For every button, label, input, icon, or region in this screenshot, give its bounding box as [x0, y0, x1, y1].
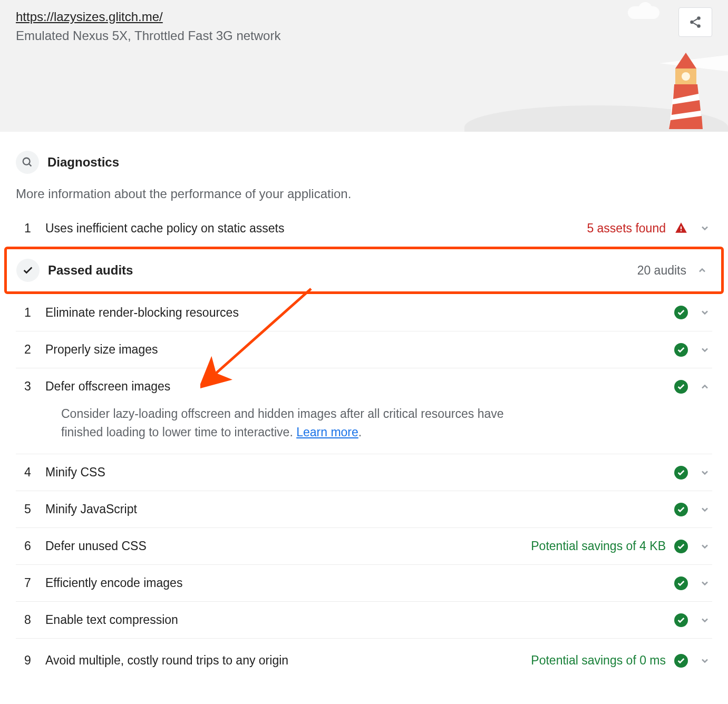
audit-number: 5	[16, 502, 45, 516]
audit-number: 4	[16, 465, 45, 480]
search-icon	[22, 157, 33, 168]
audit-value: 5 assets found	[587, 221, 666, 236]
pass-icon	[674, 466, 688, 480]
svg-point-6	[23, 158, 30, 165]
audit-url-link[interactable]: https://lazysizes.glitch.me/	[16, 9, 163, 24]
svg-point-5	[682, 72, 690, 81]
passed-audit-row[interactable]: 6 Defer unused CSS Potential savings of …	[16, 527, 712, 564]
audit-number: 1	[16, 221, 45, 236]
pass-icon	[674, 503, 688, 516]
audit-number: 9	[16, 653, 45, 668]
passed-audit-row[interactable]: 5 Minify JavaScript	[16, 491, 712, 527]
report-header: https://lazysizes.glitch.me/ Emulated Ne…	[0, 0, 728, 132]
pass-icon	[674, 380, 688, 394]
checkmark-icon	[22, 265, 34, 276]
passed-audits-count: 20 audits	[637, 263, 686, 278]
cloud-decoration	[628, 6, 659, 19]
audit-value: Potential savings of 0 ms	[531, 653, 666, 668]
passed-audits-header[interactable]: Passed audits 20 audits	[18, 249, 710, 291]
passed-audits-title: Passed audits	[48, 263, 637, 278]
audit-number: 8	[16, 613, 45, 627]
pass-icon	[674, 654, 688, 668]
svg-marker-3	[675, 53, 696, 69]
svg-rect-9	[681, 230, 682, 231]
share-button[interactable]	[678, 7, 712, 37]
chevron-down-icon	[697, 465, 712, 480]
audit-number: 3	[16, 379, 45, 394]
pass-icon	[674, 343, 688, 357]
chevron-down-icon	[697, 502, 712, 517]
passed-audit-row[interactable]: 7 Efficiently encode images	[16, 564, 712, 601]
diagnostics-description: More information about the performance o…	[16, 187, 712, 201]
svg-point-0	[697, 16, 701, 20]
svg-point-1	[690, 21, 694, 24]
passed-audit-row[interactable]: 9 Avoid multiple, costly round trips to …	[16, 638, 712, 675]
audit-number: 7	[16, 576, 45, 590]
audit-value: Potential savings of 4 KB	[531, 539, 666, 553]
passed-audit-row-expanded[interactable]: 3 Defer offscreen images	[16, 368, 712, 405]
passed-audits-list: 1 Eliminate render-blocking resources 2 …	[16, 294, 712, 675]
passed-audit-row[interactable]: 8 Enable text compression	[16, 601, 712, 638]
pass-icon	[674, 576, 688, 590]
svg-point-2	[697, 24, 701, 28]
report-content: Diagnostics More information about the p…	[0, 132, 728, 686]
pass-icon	[674, 613, 688, 627]
check-icon-circle	[16, 259, 40, 282]
audit-number: 1	[16, 306, 45, 320]
chevron-down-icon	[697, 221, 712, 236]
audit-title: Efficiently encode images	[45, 576, 674, 590]
svg-rect-8	[681, 227, 682, 229]
audit-title: Properly size images	[45, 343, 674, 357]
chevron-down-icon	[697, 539, 712, 554]
pass-icon	[674, 306, 688, 319]
search-icon-circle	[16, 151, 39, 174]
pass-icon	[674, 540, 688, 553]
audit-title: Eliminate render-blocking resources	[45, 306, 674, 320]
audit-title: Enable text compression	[45, 613, 674, 627]
chevron-down-icon	[697, 305, 712, 320]
audit-description: Consider lazy-loading offscreen and hidd…	[16, 405, 548, 454]
audit-number: 2	[16, 343, 45, 357]
passed-audit-row[interactable]: 2 Properly size images	[16, 331, 712, 368]
passed-audit-row[interactable]: 1 Eliminate render-blocking resources	[16, 294, 712, 331]
diagnostic-audit-row[interactable]: 1 Uses inefficient cache policy on stati…	[16, 210, 712, 247]
share-icon	[688, 15, 702, 29]
audit-number: 6	[16, 539, 45, 553]
audit-title: Minify CSS	[45, 465, 674, 480]
diagnostics-title: Diagnostics	[47, 155, 119, 170]
passed-audit-row[interactable]: 4 Minify CSS	[16, 454, 712, 491]
emulation-info: Emulated Nexus 5X, Throttled Fast 3G net…	[16, 28, 712, 43]
chevron-down-icon	[697, 613, 712, 628]
lighthouse-logo	[659, 47, 712, 132]
passed-audits-highlight: Passed audits 20 audits	[4, 247, 724, 294]
chevron-down-icon	[697, 653, 712, 668]
learn-more-link[interactable]: Learn more	[296, 425, 358, 439]
chevron-up-icon	[695, 263, 710, 278]
audit-title: Minify JavaScript	[45, 502, 674, 516]
diagnostics-section-header: Diagnostics	[16, 142, 712, 182]
chevron-up-icon	[697, 379, 712, 394]
svg-line-7	[29, 164, 32, 167]
warning-icon	[674, 221, 688, 235]
audit-title: Defer offscreen images	[45, 379, 674, 394]
audit-title: Defer unused CSS	[45, 539, 531, 553]
chevron-down-icon	[697, 343, 712, 357]
audit-title: Avoid multiple, costly round trips to an…	[45, 653, 531, 668]
audit-title: Uses inefficient cache policy on static …	[45, 221, 587, 236]
chevron-down-icon	[697, 576, 712, 591]
